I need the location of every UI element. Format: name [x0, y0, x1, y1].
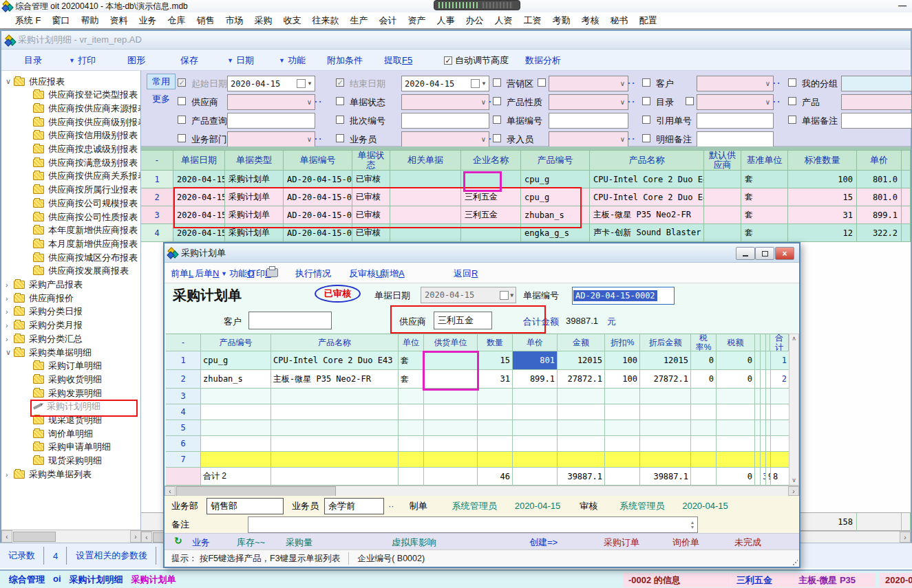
menu-item-工资[interactable]: 工资	[518, 14, 547, 27]
dialog-row-number-cell[interactable]: 2	[166, 370, 201, 389]
toolbar-item-保存[interactable]: 保存	[180, 54, 198, 67]
sidebar-item-采购类单据列表[interactable]: ›采购类单据列表	[6, 468, 92, 481]
dialog-cell[interactable]	[771, 420, 789, 436]
sidebar-item-采购订单明细[interactable]: 采购订单明细	[33, 360, 102, 373]
dialog-column-header-产品编号[interactable]: 产品编号	[201, 334, 271, 351]
dialog-cell[interactable]	[771, 436, 789, 452]
dialog-column-header-税额[interactable]: 税额	[717, 334, 755, 351]
filter-lookup-dots-产品性质[interactable]: ··	[628, 96, 637, 107]
dialog-row-number-cell[interactable]: 4	[166, 404, 201, 420]
toolbar-item-功能[interactable]: ▼功能	[279, 54, 306, 67]
dialog-cell[interactable]	[478, 389, 513, 404]
spinner-arrows-icon[interactable]: ▲▼	[688, 517, 697, 532]
column-header-单据状态[interactable]: 单据状态	[352, 150, 390, 171]
filter-lookup-dots-客户[interactable]: ··	[773, 78, 782, 88]
dialog-table-row[interactable]: 4	[166, 404, 789, 420]
dialog-cell[interactable]	[755, 436, 761, 452]
cell[interactable]: AD-20-04-15-0002	[284, 206, 352, 224]
cell[interactable]: 三利五金	[461, 188, 521, 206]
dialog-row-number-cell[interactable]: 3	[166, 389, 201, 404]
dialog-column-header-折后金额[interactable]: 折后金额	[640, 334, 691, 351]
dialog-cell[interactable]	[766, 420, 771, 436]
sidebar-item-供应商按登记类型报表[interactable]: 供应商按登记类型报表	[33, 89, 138, 102]
dialog-cell[interactable]	[761, 452, 766, 468]
dialog-cell[interactable]: 27872.1	[640, 370, 691, 389]
filter-lookup-dots-业务部门[interactable]: ··	[315, 133, 324, 144]
dialog-cell[interactable]	[271, 389, 399, 404]
cell[interactable]: 已审核	[352, 188, 390, 206]
chevron-down-icon[interactable]: ∨	[481, 98, 489, 106]
dialog-toolbar-item-printer[interactable]	[266, 268, 278, 276]
chevron-down-icon[interactable]: ∨	[765, 98, 773, 106]
cell[interactable]	[902, 206, 911, 224]
chevron-down-icon[interactable]: ∨	[307, 98, 315, 106]
column-header-单据类型[interactable]: 单据类型	[225, 150, 284, 171]
dialog-cell[interactable]	[513, 404, 558, 420]
sidebar-item-供应商按所属行业报表[interactable]: 供应商按所属行业报表	[33, 184, 138, 197]
tree-collapsed-arrow-icon[interactable]: ›	[6, 294, 14, 303]
dialog-cell[interactable]	[424, 370, 478, 389]
chevron-down-icon[interactable]: ∨	[620, 98, 628, 106]
column-header-单价[interactable]: 单价	[857, 150, 902, 171]
filter-checkbox-批次编号[interactable]	[336, 116, 344, 124]
dialog-cell[interactable]	[399, 389, 424, 404]
cell[interactable]: 采购计划单	[225, 171, 284, 188]
toolbar-item-日期[interactable]: ▼日期	[227, 54, 254, 67]
filter-lookup-dots-营销区[interactable]: ··	[628, 78, 637, 88]
cell[interactable]: 2020-04-15	[173, 224, 225, 242]
cell[interactable]: 801.0	[857, 171, 902, 188]
menu-item-窗口[interactable]: 窗口	[47, 14, 76, 27]
filter-checkbox-业务员[interactable]	[336, 134, 344, 142]
calendar-icon[interactable]: ▼	[297, 79, 315, 88]
dialog-cell[interactable]	[691, 420, 717, 436]
sidebar-item-现采退货明细[interactable]: 现采退货明细	[33, 414, 102, 427]
menu-item-人事[interactable]: 人事	[432, 14, 460, 27]
dialog-cell[interactable]	[399, 452, 424, 468]
scroll-left-arrow-icon[interactable]: ‹	[165, 486, 176, 496]
dialog-cell[interactable]	[424, 389, 478, 404]
dialog-cell[interactable]	[478, 420, 513, 436]
sidebar-item-供应商按城区分布报表[interactable]: 供应商按城区分布报表	[33, 251, 138, 264]
dialog-cell[interactable]	[478, 452, 513, 468]
dialog-column-header-折扣%[interactable]: 折扣%	[605, 334, 640, 351]
sidebar-item-采购计划明细[interactable]: 采购计划明细	[33, 400, 100, 413]
dialog-cell[interactable]: 12015	[640, 351, 691, 370]
dialog-table-row[interactable]: 5	[166, 420, 789, 436]
dialog-cell[interactable]: 12015	[558, 351, 605, 370]
dialog-cell[interactable]	[558, 420, 605, 436]
dialog-cell[interactable]	[605, 389, 640, 404]
menu-item-帮助[interactable]: 帮助	[76, 14, 105, 27]
dialog-table-row[interactable]: 3	[166, 389, 789, 404]
filter-field-供应商[interactable]: ∨	[227, 94, 315, 110]
remark-field[interactable]: ▲▼	[248, 516, 698, 533]
chevron-down-icon[interactable]: ∨	[765, 80, 773, 87]
dialog-cell[interactable]	[766, 404, 771, 420]
chevron-down-icon[interactable]: ∨	[620, 135, 628, 143]
dialog-cell[interactable]: 15	[478, 351, 513, 370]
sidebar-item-供应商按供应商来源报表[interactable]: 供应商按供应商来源报表	[33, 102, 141, 115]
toolbar-item-提取[interactable]: 提取F5	[384, 54, 412, 67]
cell[interactable]: AD-20-04-15-0001	[284, 171, 352, 188]
dialog-table-row[interactable]: 1cpu_gCPU-Intel Core 2 Duo E43套158011201…	[166, 351, 789, 370]
filter-checkbox-业务部门[interactable]	[178, 134, 186, 142]
cell[interactable]: CPU-Intel Core 2 Duo E43	[590, 171, 704, 188]
toolbar-item-目录[interactable]: 目录	[24, 54, 42, 67]
dialog-cell[interactable]	[717, 389, 755, 404]
dialog-cell[interactable]: 套	[399, 370, 424, 389]
action-采购量[interactable]: 采购量	[286, 536, 312, 549]
dialog-cell[interactable]	[766, 351, 771, 370]
cell[interactable]: 已审核	[352, 171, 390, 188]
customer-field[interactable]	[248, 312, 332, 329]
cell[interactable]: 31	[788, 206, 857, 224]
menu-item-业务[interactable]: 业务	[134, 14, 162, 27]
dialog-cell[interactable]	[771, 389, 789, 404]
sidebar-item-供应商按信用级别报表[interactable]: 供应商按信用级别报表	[33, 129, 138, 142]
dialog-column-header-blank[interactable]	[761, 334, 766, 351]
filter-field-业务部门[interactable]: ∨	[227, 131, 315, 147]
filter-checkbox-营销区[interactable]	[493, 78, 501, 87]
dialog-row-number-cell[interactable]: 6	[166, 436, 201, 452]
filter-tab-more[interactable]: 更多	[152, 93, 170, 105]
sidebar-item-现货采购明细[interactable]: 现货采购明细	[33, 455, 102, 468]
dialog-cell[interactable]: 27872.1	[558, 370, 605, 389]
sidebar-item-供应商按忠诚级别报表[interactable]: 供应商按忠诚级别报表	[33, 143, 138, 156]
